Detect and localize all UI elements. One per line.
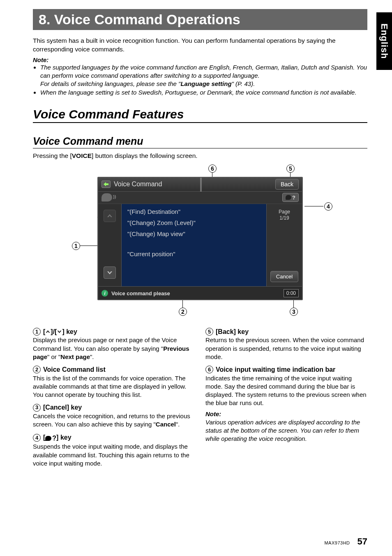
page-number: 57 — [357, 536, 367, 547]
time-bar-marker — [200, 178, 202, 192]
heading-text: Voice input waiting time indication bar — [216, 365, 335, 374]
voice-status-row: ? — [98, 192, 302, 204]
callout-number: 4 — [324, 202, 332, 211]
cancel-button[interactable]: Cancel — [270, 271, 298, 282]
list-item: "(Change) Zoom (Level)" — [127, 219, 261, 226]
text: ] key — [62, 328, 77, 335]
text: " or " — [47, 353, 60, 360]
callout-number: 1 — [72, 242, 80, 250]
item-6-body: Indicates the time remaining of the voic… — [205, 374, 367, 408]
page-indicator-value: 1/19 — [279, 215, 290, 222]
voice-command-list: "(Find) Destination" "(Change) Zoom (Lev… — [121, 204, 267, 286]
note-bold: Language setting — [180, 80, 231, 87]
callout-number: 3 — [33, 404, 41, 412]
callout-number: 6 — [205, 366, 213, 373]
item-4-heading: 4 [?] key — [33, 433, 195, 443]
item-3-heading: 3 [Cancel] key — [33, 403, 195, 412]
callout-number: 4 — [33, 434, 41, 442]
callout-5: 5 — [286, 164, 295, 173]
help-icon: ? — [45, 434, 56, 443]
text-bold: VOICE — [72, 152, 92, 159]
text: Displays the previous page or next page … — [33, 336, 177, 352]
note-heading: Note: — [205, 410, 367, 418]
heading-text: []/[] key — [43, 327, 77, 336]
callout-1: 1 — [72, 242, 80, 250]
text-bold: Cancel — [156, 421, 176, 428]
window-title: Voice Command — [114, 181, 162, 188]
chevron-up-icon — [45, 327, 51, 336]
page-up-button[interactable] — [104, 210, 116, 222]
item-6-heading: 6 Voice input waiting time indication ba… — [205, 365, 367, 374]
text: ] button displays the following screen. — [92, 152, 198, 159]
left-column: 1 []/[] key Displays the previous page o… — [33, 323, 195, 468]
info-icon: i — [101, 290, 108, 297]
callout-number: 6 — [208, 164, 217, 173]
chapter-title: 8. Voice Command Operations — [33, 9, 367, 30]
callout-number: 2 — [33, 366, 41, 373]
item-5-body: Returns to the previous screen. When the… — [205, 336, 367, 361]
heading-text: [?] key — [43, 433, 71, 443]
right-column: 5 [Back] key Returns to the previous scr… — [205, 323, 367, 468]
heading-text: [Back] key — [216, 327, 249, 336]
text-bold: Next page — [60, 353, 90, 360]
page-arrows — [98, 204, 121, 286]
list-item: The supported languages by the voice com… — [40, 63, 367, 88]
callout-6: 6 — [208, 164, 217, 173]
item-1-body: Displays the previous page or next page … — [33, 336, 195, 361]
status-footer: i Voice command please 0:00 — [98, 286, 302, 300]
callout-4: 4 — [324, 202, 332, 211]
item-3-body: Cancels the voice recognition, and retur… — [33, 412, 195, 429]
callout-number: 2 — [179, 308, 187, 316]
text: ] key — [56, 434, 71, 441]
callout-2: 2 — [179, 308, 187, 316]
item-5-heading: 5 [Back] key — [205, 327, 367, 336]
callout-number: 3 — [290, 308, 298, 316]
intro-paragraph: This system has a built in voice recogni… — [33, 37, 367, 54]
back-arrow-icon[interactable] — [101, 181, 111, 188]
callout-3: 3 — [290, 308, 298, 316]
language-side-tab: English — [376, 12, 392, 70]
callout-number: 1 — [33, 328, 41, 336]
status-message: Voice command please — [111, 290, 170, 297]
text: Pressing the [ — [33, 152, 72, 159]
page-down-button[interactable] — [104, 266, 116, 279]
speech-bubble-icon — [101, 193, 112, 202]
page-indicator: Page 1/19 — [279, 209, 290, 222]
section-heading: Voice Command Features — [33, 107, 367, 123]
item-1-heading: 1 []/[] key — [33, 327, 195, 336]
screenshot-figure: 6 5 4 1 2 3 Voice Command Back — [65, 164, 336, 317]
item-2-heading: 2 Voice Command list — [33, 365, 195, 374]
side-column: Page 1/19 Cancel — [267, 204, 302, 286]
heading-text: [Cancel] key — [43, 403, 82, 412]
text: ". — [90, 353, 94, 360]
note-heading: Note: — [33, 56, 367, 63]
note-text: When the language setting is set to Swed… — [40, 89, 357, 96]
item-4-body: Suspends the voice input waiting mode, a… — [33, 442, 195, 468]
list-item: "(Find) Destination" — [127, 208, 261, 215]
voice-command-screenshot: Voice Command Back ? "(Find) Destination… — [97, 177, 303, 300]
note-text: " (P. 43). — [232, 80, 255, 87]
page-footer: MAX973HD 57 — [324, 536, 367, 547]
list-item: "Current position" — [127, 250, 261, 257]
subsection-heading: Voice Command menu — [33, 135, 367, 148]
callout-line — [304, 206, 323, 206]
page-indicator-label: Page — [279, 209, 290, 215]
timer-value: 0:00 — [284, 289, 299, 297]
note-list: The supported languages by the voice com… — [33, 63, 367, 97]
note-body: Various operation advices are displayed … — [205, 418, 367, 443]
callout-line — [80, 246, 97, 246]
question-mark-icon: ? — [292, 195, 295, 201]
text: ". — [176, 421, 180, 428]
subsection-intro: Pressing the [VOICE] button displays the… — [33, 152, 367, 160]
item-2-body: This is the list of the commands for voi… — [33, 374, 195, 399]
list-item: When the language setting is set to Swed… — [40, 88, 367, 97]
back-button[interactable]: Back — [275, 179, 299, 190]
help-button[interactable]: ? — [282, 193, 299, 202]
callout-number: 5 — [286, 164, 295, 173]
list-item: "(Change) Map view" — [127, 230, 261, 237]
heading-text: Voice Command list — [43, 365, 106, 374]
callout-number: 5 — [205, 328, 213, 336]
bubble-icon — [286, 195, 291, 200]
model-number: MAX973HD — [324, 540, 350, 545]
chevron-down-icon — [57, 327, 62, 336]
